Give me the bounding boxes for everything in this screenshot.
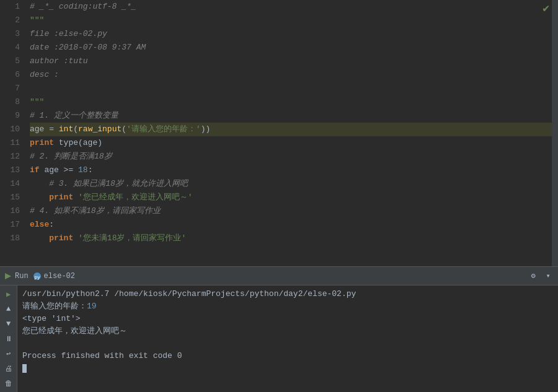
output-line: 您已经成年，欢迎进入网吧～ [22,325,553,338]
code-line: print '您已经成年，欢迎进入网吧～' [30,191,552,204]
print-button[interactable]: 🖨 [2,362,15,375]
clear-button[interactable]: 🗑 [2,377,15,390]
code-line: """ [30,95,552,109]
code-line: print '您未满18岁，请回家写作业' [30,232,552,245]
code-line: # 4. 如果不满18岁，请回家写作业 [30,204,552,218]
svg-marker-0 [5,273,11,279]
run-tab-label: Run [15,272,29,281]
code-line: # 1. 定义一个整数变量 [30,109,552,123]
output-line: <type 'int'> [22,313,553,325]
code-line: date :2018-07-08 9:37 AM [30,41,552,54]
scrollbar[interactable] [552,0,558,266]
settings-button[interactable]: ⚙ [527,270,539,282]
svg-text:py: py [34,274,40,280]
code-line: # 3. 如果已满18岁，就允许进入网吧 [30,177,552,191]
output-area: /usr/bin/python2.7 /home/kiosk/PycharmPr… [17,285,558,392]
code-content[interactable]: # _*_ coding:utf-8 _*_"""file :else-02.p… [25,0,552,266]
bottom-panel: Run py else-02 ⚙ ▾ ▶ ▲ ▼ ⏸ ↩ 🖨 🗑 /usr/bi… [0,266,558,392]
run-tab[interactable]: Run py else-02 [4,272,75,281]
output-line: Process finished with exit code 0 [22,350,553,362]
code-line: # _*_ coding:utf-8 _*_ [30,0,552,14]
output-command-line: /usr/bin/python2.7 /home/kiosk/PycharmPr… [22,288,553,300]
code-line: """ [30,14,552,27]
wrap-button[interactable]: ↩ [2,347,15,360]
side-controls: ▶ ▲ ▼ ⏸ ↩ 🖨 🗑 [0,285,17,392]
toolbar-right: ⚙ ▾ [527,270,554,282]
code-line: file :else-02.py [30,27,552,41]
code-line: else: [30,218,552,232]
run-file-name: else-02 [44,272,75,281]
run-icon [4,272,12,281]
code-line: age = int(raw_input('请输入您的年龄：')) [30,123,552,136]
cursor-line [22,362,553,375]
output-line: 请输入您的年龄：19 [22,300,553,313]
code-line: desc : [30,68,552,82]
run-body: ▶ ▲ ▼ ⏸ ↩ 🖨 🗑 /usr/bin/python2.7 /home/k… [0,285,558,392]
play-button[interactable]: ▶ [2,288,15,300]
output-line [22,338,553,350]
pause-button[interactable]: ⏸ [2,333,15,345]
code-line: print type(age) [30,136,552,150]
code-line: if age >= 18: [30,163,552,177]
code-line [30,82,552,95]
run-toolbar: Run py else-02 ⚙ ▾ [0,267,558,285]
python-icon: py [33,272,42,281]
up-button[interactable]: ▲ [2,303,15,315]
line-numbers: 123456789101112131415161718 [0,0,25,266]
down-button[interactable]: ▼ [2,318,15,330]
editor-area: 123456789101112131415161718 # _*_ coding… [0,0,558,266]
code-line: # 2. 判断是否满18岁 [30,150,552,163]
code-line: author :tutu [30,54,552,68]
close-panel-button[interactable]: ▾ [542,270,554,282]
editor-wrapper: 123456789101112131415161718 # _*_ coding… [0,0,558,266]
checkmark-icon: ✔ [542,1,549,15]
